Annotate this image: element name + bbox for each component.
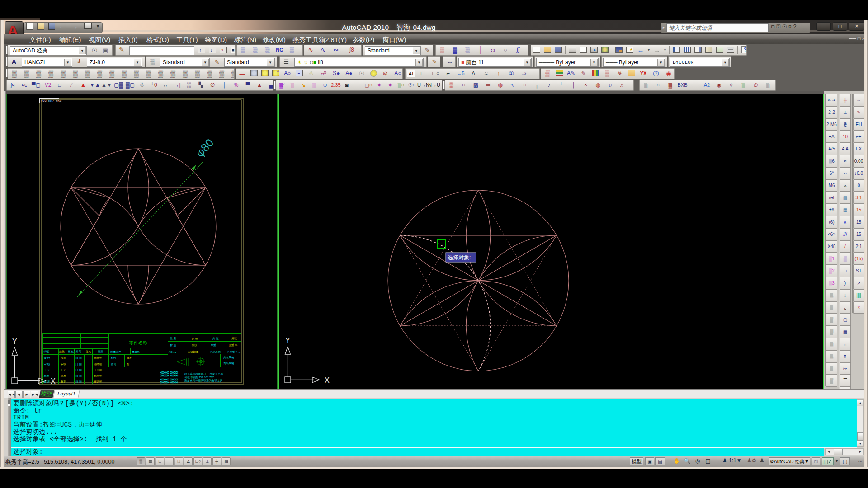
svg-text:州州明: 州州明: [94, 357, 102, 359]
svg-text:模具手机维修累计 于国家具产品: 模具手机维修累计 于国家具产品: [184, 372, 223, 376]
svg-text:标准: 标准: [43, 375, 49, 378]
svg-text:材料: 材料: [110, 357, 116, 360]
svg-text:审 核: 审 核: [44, 362, 50, 366]
svg-text:重 量: 重 量: [170, 337, 176, 340]
svg-text:材 质: 材 质: [170, 344, 176, 347]
svg-text:图: 图: [127, 363, 129, 366]
svg-text:可改印刷图 757 687 767: 可改印刷图 757 687 767: [184, 375, 214, 379]
svg-text:标记: 标记: [43, 350, 49, 353]
svg-text:阶段: 阶段: [192, 343, 197, 347]
svg-text:产品名称: 产品名称: [210, 350, 221, 354]
svg-text:荆楚禽具体相关联系为电话之认: 荆楚禽具体相关联系为电话之认: [184, 379, 222, 382]
svg-text:日 期: 日 期: [75, 363, 82, 366]
svg-text:899 087 969: 899 087 969: [41, 99, 61, 103]
svg-text:属成柄: 属成柄: [132, 351, 140, 354]
svg-text:蓝鲸螺体: 蓝鲸螺体: [188, 350, 198, 354]
svg-text:审核: 审核: [61, 362, 66, 366]
svg-text:Hб/mv: Hб/mv: [169, 351, 177, 353]
svg-text:Y: Y: [285, 336, 290, 345]
svg-text:比 例: 比 例: [192, 338, 198, 341]
svg-text:设 计: 设 计: [44, 356, 50, 359]
svg-text:零件名称: 零件名称: [129, 340, 147, 345]
svg-text:▒▒: ▒▒: [160, 370, 179, 384]
svg-text:共 张: 共 张: [212, 337, 219, 340]
svg-text:日 期: 日 期: [75, 380, 82, 384]
svg-text:更改文件号: 更改文件号: [68, 350, 81, 353]
svg-text:固属部件: 固属部件: [110, 350, 121, 354]
svg-text:45#: 45#: [127, 357, 132, 359]
svg-text:工艺明: 工艺明: [94, 368, 102, 371]
svg-text:选择对象:: 选择对象:: [448, 254, 471, 261]
svg-text:日 期: 日 期: [75, 357, 82, 360]
svg-text:X: X: [325, 376, 330, 385]
svg-text:工艺: 工艺: [61, 368, 66, 371]
svg-text:审定明: 审定明: [94, 380, 102, 384]
svg-text:校对: 校对: [60, 357, 66, 359]
svg-text:第张: 第张: [231, 337, 237, 340]
svg-text:青岛风格: 青岛风格: [223, 362, 234, 365]
svg-text:工 艺: 工 艺: [44, 368, 50, 371]
svg-text:标准: 标准: [60, 375, 66, 378]
svg-text:签名: 签名: [86, 350, 91, 353]
svg-text:X: X: [51, 377, 56, 386]
svg-text:日 期: 日 期: [75, 369, 82, 372]
svg-text:处数: 处数: [59, 350, 65, 353]
svg-text:审定: 审定: [61, 380, 66, 384]
svg-text:单重: 单重: [211, 343, 216, 347]
svg-text:共东风格: 共东风格: [223, 356, 234, 359]
svg-text:日 期: 日 期: [75, 375, 82, 378]
svg-text:比重 %: 比重 %: [229, 343, 238, 347]
svg-text:标准明: 标准明: [94, 375, 102, 378]
svg-text:Y: Y: [12, 337, 17, 346]
svg-text:φ80: φ80: [193, 136, 216, 159]
svg-text:湖成明: 湖成明: [94, 363, 102, 366]
svg-text:图号: 图号: [111, 363, 116, 366]
svg-text:日期: 日期: [98, 350, 103, 353]
svg-text:产品型号 g: 产品型号 g: [227, 350, 240, 354]
